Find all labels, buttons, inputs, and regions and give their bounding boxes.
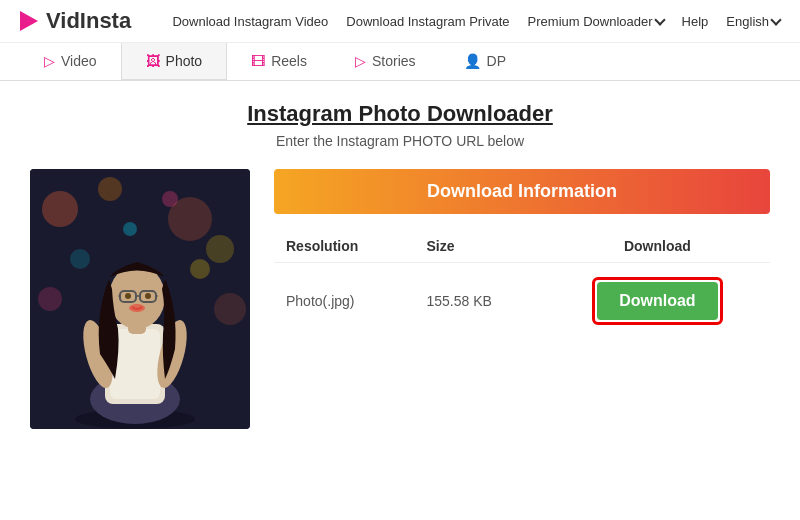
svg-point-4: [206, 235, 234, 263]
logo-text: VidInsta: [46, 8, 131, 34]
nav-help[interactable]: Help: [682, 14, 709, 29]
tab-dp-label: DP: [487, 53, 506, 69]
svg-point-26: [129, 304, 145, 312]
reels-tab-icon: 🎞: [251, 53, 265, 69]
tab-reels[interactable]: 🎞 Reels: [227, 43, 331, 81]
download-button[interactable]: Download: [597, 282, 717, 320]
tabs-bar: ▷ Video 🖼 Photo 🎞 Reels ▷ Stories 👤 DP: [0, 43, 800, 81]
nav-language[interactable]: English: [726, 14, 780, 29]
svg-point-10: [123, 222, 137, 236]
svg-point-6: [162, 191, 178, 207]
download-table: Resolution Size Download Photo(.jpg) 155…: [274, 230, 770, 339]
nav-premium-label: Premium Downloader: [528, 14, 653, 29]
svg-point-5: [70, 249, 90, 269]
tab-reels-label: Reels: [271, 53, 307, 69]
svg-point-2: [98, 177, 122, 201]
tab-stories-label: Stories: [372, 53, 416, 69]
page-subtitle: Enter the Instagram PHOTO URL below: [30, 133, 770, 149]
navbar: VidInsta Download Instagram Video Downlo…: [0, 0, 800, 43]
main-content: Instagram Photo Downloader Enter the Ins…: [0, 81, 800, 449]
cell-size: 155.58 KB: [414, 263, 544, 340]
tab-photo[interactable]: 🖼 Photo: [121, 43, 228, 81]
svg-point-9: [38, 287, 62, 311]
nav-premium-downloader[interactable]: Premium Downloader: [528, 14, 664, 29]
dp-tab-icon: 👤: [464, 53, 481, 69]
table-row: Photo(.jpg) 155.58 KB Download: [274, 263, 770, 340]
cell-resolution: Photo(.jpg): [274, 263, 414, 340]
col-download: Download: [545, 230, 770, 263]
col-size: Size: [414, 230, 544, 263]
svg-point-24: [125, 293, 131, 299]
photo-tab-icon: 🖼: [146, 53, 160, 69]
photo-preview: [30, 169, 250, 429]
language-chevron-icon: [770, 14, 781, 25]
tab-video-label: Video: [61, 53, 97, 69]
logo-icon: [20, 11, 38, 31]
download-info-header: Download Information: [274, 169, 770, 214]
download-btn-wrapper: Download: [592, 277, 722, 325]
preview-image: [30, 169, 250, 429]
nav-links: Download Instagram Video Download Instag…: [172, 14, 780, 29]
page-title: Instagram Photo Downloader: [30, 101, 770, 127]
download-panel: Download Information Resolution Size Dow…: [274, 169, 770, 339]
tab-stories[interactable]: ▷ Stories: [331, 43, 440, 81]
nav-download-private[interactable]: Download Instagram Private: [346, 14, 509, 29]
nav-language-label: English: [726, 14, 769, 29]
logo[interactable]: VidInsta: [20, 8, 131, 34]
cell-download-action: Download: [545, 263, 770, 340]
svg-point-7: [214, 293, 246, 325]
content-area: Download Information Resolution Size Dow…: [30, 169, 770, 429]
premium-chevron-icon: [654, 14, 665, 25]
col-resolution: Resolution: [274, 230, 414, 263]
svg-point-8: [190, 259, 210, 279]
tab-dp[interactable]: 👤 DP: [440, 43, 530, 81]
video-tab-icon: ▷: [44, 53, 55, 69]
tab-photo-label: Photo: [166, 53, 203, 69]
nav-download-video[interactable]: Download Instagram Video: [172, 14, 328, 29]
tab-video[interactable]: ▷ Video: [20, 43, 121, 81]
svg-point-25: [145, 293, 151, 299]
svg-point-1: [42, 191, 78, 227]
stories-tab-icon: ▷: [355, 53, 366, 69]
